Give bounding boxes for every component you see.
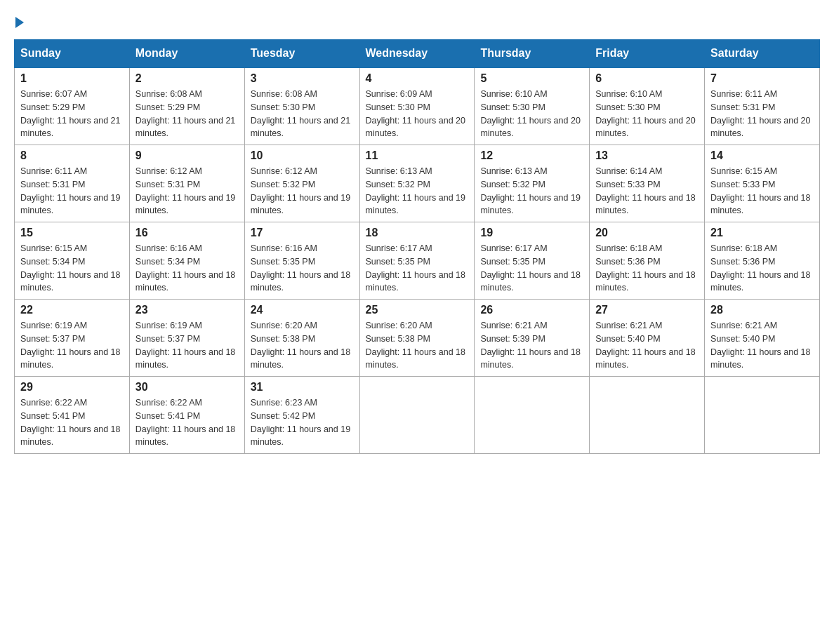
day-info: Sunrise: 6:14 AM Sunset: 5:33 PM Dayligh… <box>595 165 699 217</box>
day-cell: 8 Sunrise: 6:11 AM Sunset: 5:31 PM Dayli… <box>15 145 130 222</box>
day-number: 18 <box>366 227 469 239</box>
weekday-header-row: SundayMondayTuesdayWednesdayThursdayFrid… <box>15 40 820 68</box>
day-cell: 28 Sunrise: 6:21 AM Sunset: 5:40 PM Dayl… <box>705 300 820 377</box>
day-info: Sunrise: 6:23 AM Sunset: 5:42 PM Dayligh… <box>251 396 354 449</box>
day-cell: 23 Sunrise: 6:19 AM Sunset: 5:37 PM Dayl… <box>129 300 244 377</box>
day-number: 20 <box>595 227 699 239</box>
day-number: 29 <box>20 381 124 394</box>
day-info: Sunrise: 6:12 AM Sunset: 5:31 PM Dayligh… <box>135 165 239 217</box>
day-cell: 16 Sunrise: 6:16 AM Sunset: 5:34 PM Dayl… <box>129 222 244 300</box>
weekday-header-saturday: Saturday <box>705 40 820 68</box>
day-cell <box>590 377 705 454</box>
day-cell: 10 Sunrise: 6:12 AM Sunset: 5:32 PM Dayl… <box>244 145 359 222</box>
day-cell: 17 Sunrise: 6:16 AM Sunset: 5:35 PM Dayl… <box>244 222 359 300</box>
day-cell: 25 Sunrise: 6:20 AM Sunset: 5:38 PM Dayl… <box>359 300 475 377</box>
day-cell: 2 Sunrise: 6:08 AM Sunset: 5:29 PM Dayli… <box>129 67 244 145</box>
day-info: Sunrise: 6:17 AM Sunset: 5:35 PM Dayligh… <box>366 242 469 295</box>
day-number: 28 <box>710 304 814 316</box>
day-number: 19 <box>480 227 583 239</box>
day-info: Sunrise: 6:18 AM Sunset: 5:36 PM Dayligh… <box>595 242 699 295</box>
weekday-header-friday: Friday <box>590 40 705 68</box>
day-info: Sunrise: 6:08 AM Sunset: 5:30 PM Dayligh… <box>251 88 354 140</box>
day-info: Sunrise: 6:17 AM Sunset: 5:35 PM Dayligh… <box>480 242 583 295</box>
day-number: 14 <box>710 149 814 162</box>
day-info: Sunrise: 6:09 AM Sunset: 5:30 PM Dayligh… <box>366 88 469 140</box>
week-row-3: 15 Sunrise: 6:15 AM Sunset: 5:34 PM Dayl… <box>15 222 820 300</box>
day-info: Sunrise: 6:20 AM Sunset: 5:38 PM Dayligh… <box>251 319 354 372</box>
day-number: 23 <box>135 304 239 316</box>
day-number: 17 <box>251 227 354 239</box>
week-row-5: 29 Sunrise: 6:22 AM Sunset: 5:41 PM Dayl… <box>15 377 820 454</box>
day-number: 16 <box>135 227 239 239</box>
day-cell <box>359 377 475 454</box>
day-info: Sunrise: 6:15 AM Sunset: 5:34 PM Dayligh… <box>20 242 124 295</box>
day-number: 7 <box>710 72 814 85</box>
day-number: 5 <box>480 72 583 85</box>
day-info: Sunrise: 6:08 AM Sunset: 5:29 PM Dayligh… <box>135 88 239 140</box>
day-number: 10 <box>251 149 354 162</box>
day-info: Sunrise: 6:19 AM Sunset: 5:37 PM Dayligh… <box>135 319 239 372</box>
day-cell <box>475 377 590 454</box>
day-number: 2 <box>135 72 239 85</box>
weekday-header-tuesday: Tuesday <box>244 40 359 68</box>
day-cell <box>705 377 820 454</box>
day-info: Sunrise: 6:07 AM Sunset: 5:29 PM Dayligh… <box>20 88 124 140</box>
day-cell: 5 Sunrise: 6:10 AM Sunset: 5:30 PM Dayli… <box>475 67 590 145</box>
day-info: Sunrise: 6:15 AM Sunset: 5:33 PM Dayligh… <box>710 165 814 217</box>
day-number: 24 <box>251 304 354 316</box>
day-number: 11 <box>366 149 469 162</box>
day-number: 4 <box>366 72 469 85</box>
day-number: 31 <box>251 381 354 394</box>
day-info: Sunrise: 6:22 AM Sunset: 5:41 PM Dayligh… <box>135 396 239 449</box>
day-info: Sunrise: 6:16 AM Sunset: 5:35 PM Dayligh… <box>251 242 354 295</box>
day-number: 1 <box>20 72 124 85</box>
day-number: 30 <box>135 381 239 394</box>
day-cell: 18 Sunrise: 6:17 AM Sunset: 5:35 PM Dayl… <box>359 222 475 300</box>
day-cell: 21 Sunrise: 6:18 AM Sunset: 5:36 PM Dayl… <box>705 222 820 300</box>
day-number: 13 <box>595 149 699 162</box>
day-cell: 11 Sunrise: 6:13 AM Sunset: 5:32 PM Dayl… <box>359 145 475 222</box>
day-cell: 27 Sunrise: 6:21 AM Sunset: 5:40 PM Dayl… <box>590 300 705 377</box>
day-cell: 13 Sunrise: 6:14 AM Sunset: 5:33 PM Dayl… <box>590 145 705 222</box>
day-info: Sunrise: 6:21 AM Sunset: 5:39 PM Dayligh… <box>480 319 583 372</box>
day-cell: 9 Sunrise: 6:12 AM Sunset: 5:31 PM Dayli… <box>129 145 244 222</box>
weekday-header-sunday: Sunday <box>15 40 130 68</box>
day-cell: 30 Sunrise: 6:22 AM Sunset: 5:41 PM Dayl… <box>129 377 244 454</box>
day-info: Sunrise: 6:10 AM Sunset: 5:30 PM Dayligh… <box>480 88 583 140</box>
day-number: 8 <box>20 149 124 162</box>
day-info: Sunrise: 6:18 AM Sunset: 5:36 PM Dayligh… <box>710 242 814 295</box>
day-info: Sunrise: 6:11 AM Sunset: 5:31 PM Dayligh… <box>20 165 124 217</box>
day-info: Sunrise: 6:10 AM Sunset: 5:30 PM Dayligh… <box>595 88 699 140</box>
day-info: Sunrise: 6:13 AM Sunset: 5:32 PM Dayligh… <box>480 165 583 217</box>
day-number: 27 <box>595 304 699 316</box>
day-cell: 4 Sunrise: 6:09 AM Sunset: 5:30 PM Dayli… <box>359 67 475 145</box>
day-info: Sunrise: 6:11 AM Sunset: 5:31 PM Dayligh… <box>710 88 814 140</box>
day-number: 6 <box>595 72 699 85</box>
day-cell: 22 Sunrise: 6:19 AM Sunset: 5:37 PM Dayl… <box>15 300 130 377</box>
logo <box>14 14 24 28</box>
day-cell: 15 Sunrise: 6:15 AM Sunset: 5:34 PM Dayl… <box>15 222 130 300</box>
weekday-header-monday: Monday <box>129 40 244 68</box>
day-cell: 24 Sunrise: 6:20 AM Sunset: 5:38 PM Dayl… <box>244 300 359 377</box>
day-number: 9 <box>135 149 239 162</box>
day-info: Sunrise: 6:21 AM Sunset: 5:40 PM Dayligh… <box>710 319 814 372</box>
day-number: 22 <box>20 304 124 316</box>
day-info: Sunrise: 6:20 AM Sunset: 5:38 PM Dayligh… <box>366 319 469 372</box>
logo-arrow-icon <box>15 17 24 28</box>
calendar-table: SundayMondayTuesdayWednesdayThursdayFrid… <box>14 39 820 454</box>
day-cell: 12 Sunrise: 6:13 AM Sunset: 5:32 PM Dayl… <box>475 145 590 222</box>
day-info: Sunrise: 6:21 AM Sunset: 5:40 PM Dayligh… <box>595 319 699 372</box>
day-cell: 26 Sunrise: 6:21 AM Sunset: 5:39 PM Dayl… <box>475 300 590 377</box>
day-info: Sunrise: 6:12 AM Sunset: 5:32 PM Dayligh… <box>251 165 354 217</box>
week-row-1: 1 Sunrise: 6:07 AM Sunset: 5:29 PM Dayli… <box>15 67 820 145</box>
day-cell: 31 Sunrise: 6:23 AM Sunset: 5:42 PM Dayl… <box>244 377 359 454</box>
day-number: 21 <box>710 227 814 239</box>
day-number: 25 <box>366 304 469 316</box>
week-row-2: 8 Sunrise: 6:11 AM Sunset: 5:31 PM Dayli… <box>15 145 820 222</box>
weekday-header-thursday: Thursday <box>475 40 590 68</box>
day-cell: 20 Sunrise: 6:18 AM Sunset: 5:36 PM Dayl… <box>590 222 705 300</box>
day-cell: 29 Sunrise: 6:22 AM Sunset: 5:41 PM Dayl… <box>15 377 130 454</box>
week-row-4: 22 Sunrise: 6:19 AM Sunset: 5:37 PM Dayl… <box>15 300 820 377</box>
day-info: Sunrise: 6:22 AM Sunset: 5:41 PM Dayligh… <box>20 396 124 449</box>
page-header <box>14 14 820 28</box>
